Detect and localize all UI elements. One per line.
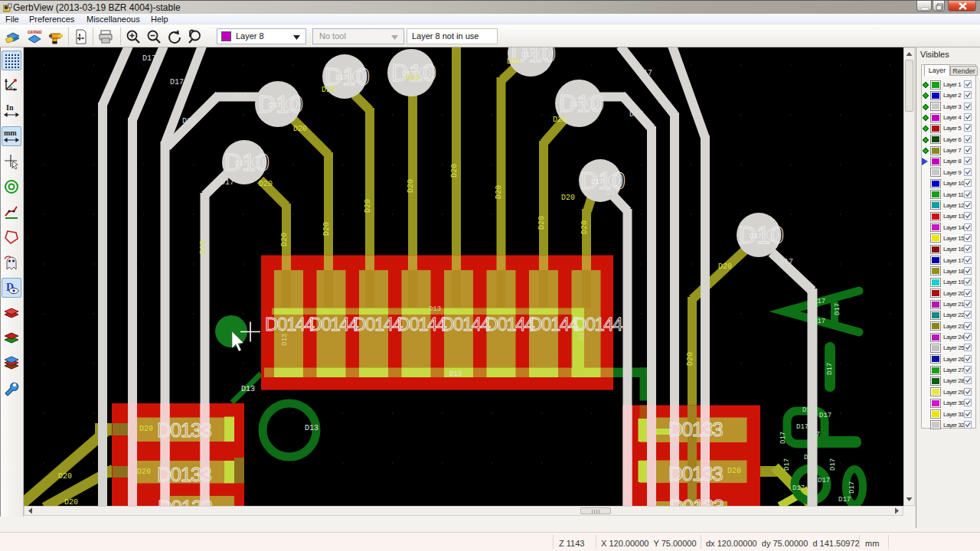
svg-text:D20: D20 xyxy=(407,179,415,193)
svg-text:D13: D13 xyxy=(281,334,289,346)
svg-text:D17: D17 xyxy=(838,496,851,504)
svg-text:D17: D17 xyxy=(235,160,247,168)
svg-text:D0133: D0133 xyxy=(158,496,212,506)
svg-text:D17: D17 xyxy=(521,51,534,59)
svg-text:D17: D17 xyxy=(792,484,805,492)
svg-text:D17: D17 xyxy=(142,54,156,63)
svg-text:D17: D17 xyxy=(829,458,837,471)
svg-text:D20: D20 xyxy=(686,352,694,366)
svg-text:D17: D17 xyxy=(591,93,605,102)
svg-text:D17: D17 xyxy=(813,318,825,325)
svg-text:D20: D20 xyxy=(495,185,503,199)
svg-text:D20: D20 xyxy=(322,222,331,236)
svg-text:D20: D20 xyxy=(137,468,151,476)
svg-text:D17: D17 xyxy=(591,178,603,186)
svg-text:φ: φ xyxy=(9,85,12,90)
svg-text:D20: D20 xyxy=(280,233,289,246)
svg-text:D20: D20 xyxy=(199,240,207,254)
svg-text:D17: D17 xyxy=(796,423,808,431)
svg-text:D17: D17 xyxy=(750,233,762,240)
svg-text:D20: D20 xyxy=(364,199,372,213)
svg-text:D13: D13 xyxy=(429,305,441,313)
svg-text:D20: D20 xyxy=(450,164,459,178)
svg-text:mm: mm xyxy=(4,129,17,137)
svg-text:D17: D17 xyxy=(639,69,652,77)
svg-text:D20: D20 xyxy=(580,220,589,234)
svg-text:D20: D20 xyxy=(293,125,307,133)
svg-text:D13: D13 xyxy=(305,424,318,432)
svg-text:D17: D17 xyxy=(335,74,348,82)
svg-text:D0133: D0133 xyxy=(157,419,211,442)
svg-text:D0144: D0144 xyxy=(485,314,535,334)
svg-text:D20: D20 xyxy=(58,472,72,481)
svg-text:D0133: D0133 xyxy=(157,463,211,486)
svg-text:D20: D20 xyxy=(727,467,741,475)
svg-text:D17: D17 xyxy=(804,454,816,461)
svg-text:D17: D17 xyxy=(269,102,281,109)
svg-text:D17: D17 xyxy=(170,78,184,86)
svg-text:D17: D17 xyxy=(813,298,825,305)
svg-text:D17: D17 xyxy=(629,110,643,119)
svg-text:D20: D20 xyxy=(718,262,732,271)
svg-text:D20: D20 xyxy=(507,57,521,66)
svg-text:D17: D17 xyxy=(779,258,793,266)
svg-text:D17: D17 xyxy=(826,363,834,375)
svg-text:D20: D20 xyxy=(139,425,153,433)
svg-text:D17: D17 xyxy=(606,189,620,197)
svg-text:D13: D13 xyxy=(449,370,462,378)
svg-text:D17: D17 xyxy=(802,406,815,414)
svg-text:D0133: D0133 xyxy=(668,462,723,485)
svg-text:D17: D17 xyxy=(182,117,196,126)
svg-text:D0144: D0144 xyxy=(397,314,447,334)
svg-text:D17: D17 xyxy=(818,477,830,484)
svg-text:D20: D20 xyxy=(537,216,546,230)
svg-text:D0144: D0144 xyxy=(265,314,315,334)
svg-text:D17: D17 xyxy=(848,481,856,494)
svg-text:D20: D20 xyxy=(561,194,575,202)
svg-text:D17: D17 xyxy=(779,432,787,444)
svg-text:D17: D17 xyxy=(808,431,820,439)
svg-text:D20: D20 xyxy=(322,86,335,94)
svg-text:GERBER: GERBER xyxy=(28,30,42,34)
svg-text:D17: D17 xyxy=(819,412,831,419)
svg-text:D17: D17 xyxy=(570,101,582,109)
svg-text:D20: D20 xyxy=(259,180,273,188)
svg-text:D0144: D0144 xyxy=(529,314,579,334)
svg-text:D20: D20 xyxy=(64,498,78,506)
svg-text:D20: D20 xyxy=(553,116,567,124)
svg-text:D0133: D0133 xyxy=(668,418,723,441)
svg-text:D0133: D0133 xyxy=(669,495,724,506)
svg-text:D17: D17 xyxy=(783,458,791,471)
svg-text:D17: D17 xyxy=(834,303,841,315)
svg-text:D17: D17 xyxy=(220,178,234,187)
svg-text:D0144: D0144 xyxy=(441,314,491,334)
svg-text:D13: D13 xyxy=(241,385,255,393)
svg-text:D0144: D0144 xyxy=(573,314,623,334)
svg-text:In: In xyxy=(6,103,14,112)
svg-text:D17: D17 xyxy=(234,92,247,100)
svg-text:D20: D20 xyxy=(406,73,420,82)
svg-text:D0144: D0144 xyxy=(353,314,403,334)
svg-text:D0144: D0144 xyxy=(309,314,359,334)
